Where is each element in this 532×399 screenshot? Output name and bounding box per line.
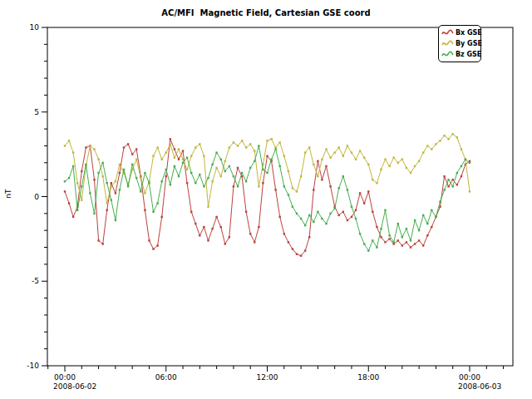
series-line-by-gse	[65, 134, 470, 207]
y-tick-label: -10	[27, 362, 39, 370]
x-tick-label: 12:00	[257, 373, 278, 382]
y-axis-label: nT	[4, 189, 12, 198]
y-tick-label: 0	[34, 193, 39, 201]
plot-frame	[47, 27, 513, 366]
legend: Bx GSE By GSE Bz GSE	[438, 25, 481, 62]
series-by-gse	[64, 133, 470, 208]
series-markers-by-gse	[64, 133, 470, 208]
by-line-sample-icon	[441, 40, 454, 47]
x-tick-label: 00:00	[459, 373, 480, 382]
series-markers-bz-gse	[64, 145, 470, 251]
x-tick-label: 06:00	[155, 373, 177, 382]
series-bz-gse	[64, 145, 470, 251]
legend-label-by: By GSE	[456, 40, 482, 47]
x-axis-ticks	[48, 366, 504, 372]
legend-item-bz: Bz GSE	[441, 49, 479, 60]
x-tick-label: 00:00	[54, 373, 76, 382]
plot-window: AC/MFI Magnetic Field, Cartesian GSE coo…	[0, 0, 532, 399]
legend-item-bx: Bx GSE	[441, 27, 479, 38]
legend-label-bx: Bx GSE	[456, 29, 482, 37]
y-tick-label: 10	[30, 23, 40, 32]
bx-line-sample-icon	[441, 29, 454, 37]
y-axis-ticks	[42, 27, 47, 366]
y-tick-label: 5	[34, 108, 39, 116]
x-date-label: 2008-06-02	[53, 382, 96, 391]
y-tick-label: -5	[32, 277, 39, 285]
x-tick-label: 18:00	[357, 373, 379, 382]
legend-label-bz: Bz GSE	[456, 51, 481, 58]
bz-line-sample-icon	[441, 51, 454, 58]
x-date-label: 2008-06-03	[458, 382, 501, 391]
legend-item-by: By GSE	[441, 38, 479, 49]
series-line-bz-gse	[65, 145, 470, 250]
